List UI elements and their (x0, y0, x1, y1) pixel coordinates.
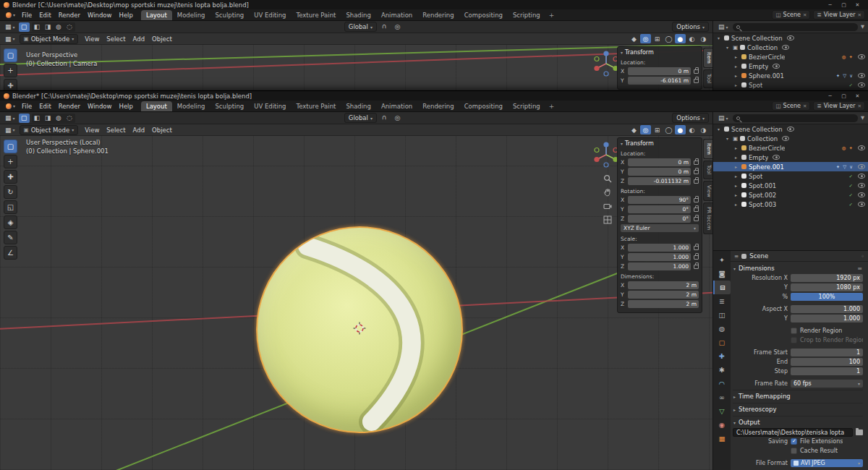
workspace-tab[interactable]: Rendering (417, 101, 459, 112)
workspace-tab[interactable]: Layout (141, 101, 172, 112)
editor-type-button[interactable]: ▤▾ (717, 23, 730, 30)
lock-icon[interactable] (694, 255, 699, 260)
transform-value-field[interactable]: 0° (628, 205, 691, 213)
outliner-item-label[interactable]: Sphere.001 (749, 72, 784, 80)
outliner-item-label[interactable]: Scene Collection (731, 35, 783, 42)
frame-end-field[interactable]: 100 (791, 358, 863, 366)
visibility-eye-icon[interactable] (858, 82, 865, 87)
properties-tab[interactable]: ∞ (713, 390, 731, 404)
visibility-eye-icon[interactable] (773, 64, 780, 69)
select-mode-icon[interactable]: ◧ (32, 22, 43, 32)
viewport-toggle-icon[interactable]: ◯ (663, 34, 674, 43)
editor-type-button[interactable]: ▦▾ (4, 114, 17, 121)
visibility-eye-icon[interactable] (773, 155, 780, 160)
output-path-field[interactable]: C:\Users\matej\Desktop\teniska lopta (733, 428, 853, 437)
menu-item[interactable]: Render (55, 11, 84, 20)
workspace-tab[interactable]: Shading (341, 10, 376, 21)
disclosure-caret-icon[interactable]: ▸ (733, 73, 739, 78)
workspace-tab[interactable]: Modeling (172, 101, 210, 112)
options-dropdown[interactable]: Options▾ (672, 113, 709, 123)
lock-icon[interactable] (694, 179, 699, 184)
transform-orientation-dropdown[interactable]: Global▾ (344, 113, 377, 123)
workspace-tab[interactable]: Compositing (459, 10, 508, 21)
tool-button[interactable]: ◱ (4, 200, 17, 214)
outliner-row[interactable]: ▾ ▣ Collection (713, 43, 868, 52)
outliner-row[interactable]: ▾ ▣ Collection (713, 134, 868, 143)
tool-button[interactable]: ✚ (4, 170, 17, 184)
visibility-eye-icon[interactable] (858, 183, 865, 188)
editor-type-button[interactable]: ▦▾ (4, 127, 17, 134)
outliner-search-input[interactable] (733, 114, 858, 122)
dimension-value-field[interactable]: 2 m (628, 300, 699, 308)
workspace-tab[interactable]: Shading (341, 101, 376, 112)
outliner-item-label[interactable]: Empty (749, 63, 768, 70)
options-dropdown[interactable]: Options▾ (672, 22, 709, 32)
workspace-tab[interactable]: Sculpting (210, 10, 249, 21)
n-panel-tab[interactable]: Tool (703, 161, 712, 179)
disclosure-caret-icon[interactable]: ▸ (733, 192, 739, 197)
navigation-gizmo[interactable] (592, 141, 620, 168)
outliner-row[interactable]: ▸ Spot.003 ✓ (713, 200, 868, 209)
n-panel-tab[interactable]: PR loccm (703, 202, 712, 234)
select-mode-icon[interactable]: ◧ (32, 114, 43, 123)
camera-view-icon[interactable] (603, 201, 613, 211)
disclosure-caret-icon[interactable]: ▸ (733, 164, 739, 169)
proportional-editing-icon[interactable]: ◎ (392, 114, 403, 123)
blender-menu-button[interactable]: ▾ (3, 103, 18, 109)
mode-dropdown[interactable]: ▣Object Mode▾ (20, 125, 79, 135)
viewport-toggle-icon[interactable]: ◎ (640, 34, 651, 43)
tool-button[interactable]: + (4, 155, 17, 168)
outliner-item-label[interactable]: Collection (747, 135, 778, 142)
outliner-empty-space[interactable] (713, 209, 868, 250)
properties-tab[interactable]: ⊟ (713, 281, 731, 294)
disclosure-caret-icon[interactable]: ▾ (715, 127, 722, 132)
properties-tab[interactable]: ◫ (713, 308, 731, 322)
frame-step-field[interactable]: 1 (791, 367, 863, 375)
tool-button[interactable]: ▢ (4, 48, 17, 62)
outliner-row[interactable]: ▸ BezierCircle ◍ ✦ (713, 143, 868, 153)
tool-button[interactable]: + (4, 64, 17, 77)
editor-type-button[interactable]: ▦▾ (4, 23, 17, 30)
transform-value-field[interactable]: 0 m (628, 168, 691, 176)
tool-button[interactable]: ✎ (4, 231, 17, 244)
aspect-x-field[interactable]: 1.000 (791, 305, 863, 313)
section-output[interactable]: ▾Output (733, 416, 863, 427)
file-extensions-checkbox[interactable] (791, 438, 797, 445)
visibility-eye-icon[interactable] (858, 54, 865, 59)
select-mode-icon[interactable]: ◍ (54, 22, 64, 32)
window-button[interactable]: ─ (823, 0, 837, 9)
n-panel-tab[interactable]: Item (703, 139, 712, 159)
scene-selector[interactable]: ◫Scene✕ (772, 101, 810, 111)
blender-window-top[interactable]: Blender [C:\Users\matej\Desktop\mop spor… (0, 0, 868, 90)
lock-icon[interactable] (694, 79, 699, 83)
frame-start-field[interactable]: 1 (791, 349, 863, 356)
viewport-menu-item[interactable]: View (81, 126, 103, 134)
outliner-item-label[interactable]: Spot.001 (749, 182, 776, 189)
select-mode-icon[interactable]: ◌ (64, 22, 75, 32)
transform-value-field[interactable]: 90° (628, 196, 691, 204)
properties-tab[interactable]: ◍ (713, 322, 731, 336)
scene-selector[interactable]: ◫Scene✕ (772, 10, 810, 20)
menu-item[interactable]: Window (84, 102, 116, 111)
workspace-tab[interactable]: Animation (376, 10, 417, 21)
file-format-dropdown[interactable]: AVI JPEG▾ (791, 459, 863, 467)
outliner-row[interactable]: ▸ Sphere.001 ✦ ▽ ∨ (713, 71, 868, 80)
section-stereoscopy[interactable]: ▸Stereoscopy (733, 403, 863, 414)
visibility-eye-icon[interactable] (782, 45, 789, 50)
visibility-eye-icon[interactable] (858, 202, 865, 207)
title-bar[interactable]: Blender [C:\Users\matej\Desktop\mop spor… (0, 0, 868, 9)
select-mode-icon[interactable]: ◨ (43, 22, 54, 32)
select-mode-icon[interactable]: ◌ (64, 114, 75, 123)
workspace-tab[interactable]: Compositing (459, 101, 508, 112)
viewport-menu-item[interactable]: Add (129, 126, 148, 134)
viewport-toggle-icon[interactable]: ◆ (629, 34, 639, 43)
presets-icon[interactable]: ≡ (857, 265, 862, 272)
blender-menu-button[interactable]: ▾ (3, 12, 18, 18)
transform-value-field[interactable]: 0 m (628, 67, 691, 75)
properties-tab[interactable]: ◠ (713, 377, 731, 390)
properties-tab[interactable]: ✱ (713, 363, 731, 377)
tool-button[interactable]: ∠ (4, 246, 17, 260)
properties-tab[interactable]: ▢ (713, 336, 731, 349)
outliner-item-label[interactable]: Sphere.001 (749, 163, 784, 171)
workspace-tab[interactable]: Scripting (508, 101, 545, 112)
